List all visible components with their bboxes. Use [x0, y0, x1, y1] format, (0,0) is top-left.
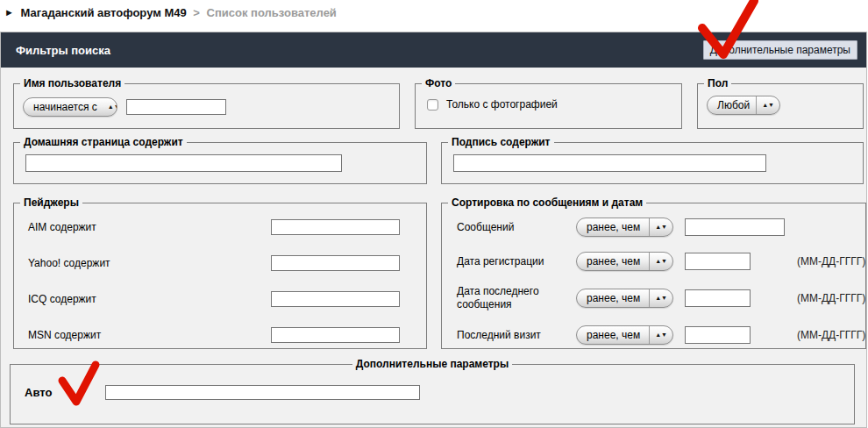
homepage-input[interactable]: [25, 154, 342, 172]
select-arrows-icon: ▲▼: [103, 98, 117, 116]
only-with-photo-label: Только с фотографией: [446, 98, 558, 111]
auto-label: Авто: [25, 386, 105, 399]
additional-params-legend: Дополнительные параметры: [352, 358, 512, 370]
last-visit-compare-select-value: ранее, чем: [577, 326, 649, 344]
breadcrumb-separator: >: [193, 6, 200, 19]
aim-label: AIM содержит: [28, 221, 271, 233]
last-post-compare-select-value: ранее, чем: [577, 289, 649, 307]
sort-row-last-visit: Последний визит ранее, чем ▲▼ (ММ-ДД-ГГГ…: [442, 317, 865, 352]
date-format-hint: (ММ-ДД-ГГГГ): [797, 255, 865, 268]
username-match-select[interactable]: начинается с ▲▼: [23, 97, 117, 117]
yahoo-input[interactable]: [271, 255, 400, 271]
sorting-fieldset: Сортировка по сообщениям и датам Сообщен…: [441, 196, 866, 349]
gender-fieldset: Пол Любой ▲▼: [697, 77, 864, 129]
sort-row-messages: Сообщений ранее, чем ▲▼: [442, 210, 865, 244]
last-post-date-input[interactable]: [685, 289, 751, 307]
panel-header: Фильтры поиска Дополнительные параметры: [1, 32, 866, 68]
search-filters-panel: Фильтры поиска Дополнительные параметры …: [0, 32, 867, 428]
pagers-legend: Пейджеры: [20, 196, 82, 209]
reg-date-compare-select[interactable]: ранее, чем ▲▼: [576, 252, 673, 271]
messages-compare-select-value: ранее, чем: [577, 218, 649, 236]
last-visit-date-input[interactable]: [685, 326, 751, 344]
username-match-select-value: начинается с: [24, 98, 103, 116]
last-visit-compare-select[interactable]: ранее, чем ▲▼: [576, 325, 673, 345]
yahoo-label: Yahoo! содержит: [28, 257, 271, 269]
select-arrows-icon: ▲▼: [650, 253, 672, 270]
reg-date-label: Дата регистрации: [457, 255, 576, 268]
homepage-fieldset: Домашняя страница содержит: [13, 136, 427, 184]
messages-label: Сообщений: [457, 221, 576, 233]
homepage-legend: Домашняя страница содержит: [20, 136, 187, 148]
sorting-legend: Сортировка по сообщениям и датам: [448, 196, 646, 209]
gender-select-value: Любой: [708, 96, 756, 114]
reg-date-input[interactable]: [685, 253, 751, 270]
select-arrows-icon: ▲▼: [650, 218, 672, 236]
icq-label: ICQ содержит: [28, 293, 271, 305]
additional-params-button[interactable]: Дополнительные параметры: [703, 40, 857, 60]
pagers-fieldset: Пейджеры AIM содержит Yahoo! содержит IC…: [13, 196, 427, 349]
msn-input[interactable]: [271, 327, 400, 343]
sort-row-reg-date: Дата регистрации ранее, чем ▲▼ (ММ-ДД-ГГ…: [442, 244, 865, 278]
signature-fieldset: Подпись содержит: [441, 136, 864, 184]
select-arrows-icon: ▲▼: [650, 326, 672, 344]
gender-select[interactable]: Любой ▲▼: [707, 96, 780, 115]
last-visit-label: Последний визит: [457, 329, 576, 341]
signature-legend: Подпись содержит: [448, 136, 554, 148]
select-arrows-icon: ▲▼: [650, 289, 672, 307]
photo-fieldset: Фото Только с фотографией: [415, 77, 682, 129]
only-with-photo-checkbox[interactable]: [427, 99, 438, 111]
pager-row-yahoo: Yahoo! содержит: [14, 245, 426, 281]
sort-row-last-post: Дата последнего сообщения ранее, чем ▲▼ …: [442, 278, 865, 317]
auto-input[interactable]: [105, 385, 420, 400]
reg-date-compare-select-value: ранее, чем: [577, 253, 649, 270]
username-input[interactable]: [126, 99, 226, 115]
aim-input[interactable]: [271, 219, 400, 235]
last-post-compare-select[interactable]: ранее, чем ▲▼: [576, 289, 673, 308]
username-legend: Имя пользователя: [20, 77, 125, 89]
pager-row-msn: MSN содержит: [14, 317, 426, 353]
msn-label: MSN содержит: [28, 329, 271, 341]
messages-count-input[interactable]: [685, 218, 785, 236]
pager-row-aim: AIM содержит: [14, 209, 426, 245]
date-format-hint: (ММ-ДД-ГГГГ): [797, 292, 865, 304]
breadcrumb-root-link[interactable]: Магаданский автофорум М49: [21, 6, 187, 19]
pager-row-icq: ICQ содержит: [14, 281, 426, 317]
username-fieldset: Имя пользователя начинается с ▲▼: [13, 77, 400, 129]
signature-input[interactable]: [453, 154, 766, 172]
breadcrumb-arrow-icon: ►: [4, 7, 14, 18]
date-format-hint: (ММ-ДД-ГГГГ): [797, 329, 865, 341]
last-post-label: Дата последнего сообщения: [457, 285, 576, 311]
gender-legend: Пол: [704, 77, 731, 89]
panel-title: Фильтры поиска: [16, 44, 110, 57]
icq-input[interactable]: [271, 291, 400, 307]
select-arrows-icon: ▲▼: [757, 96, 779, 114]
photo-legend: Фото: [422, 77, 455, 89]
breadcrumb-current-page: Список пользователей: [207, 6, 337, 19]
messages-compare-select[interactable]: ранее, чем ▲▼: [576, 218, 673, 237]
breadcrumb: ► Магаданский автофорум М49 > Список пол…: [4, 6, 337, 19]
additional-params-fieldset: Дополнительные параметры Авто: [10, 358, 855, 424]
